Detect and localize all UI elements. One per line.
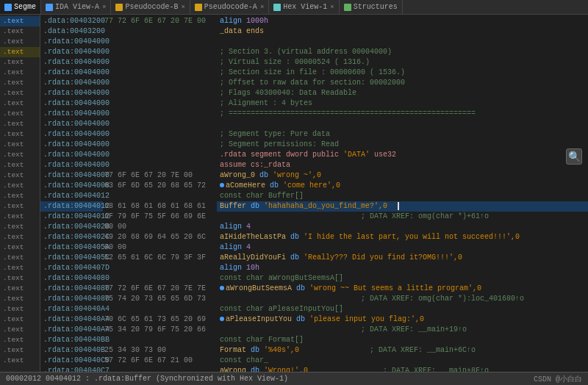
hex-20: 00 00 xyxy=(103,222,217,232)
addr-3: .rdata:00404000 xyxy=(40,47,103,57)
sidebar-item-4[interactable]: .text xyxy=(0,57,40,68)
sidebar-item-33[interactable]: .text xyxy=(0,356,40,366)
status-text: 00002012 00404012 : .rdata:Buffer (Synch… xyxy=(6,375,534,383)
sidebar-item-27[interactable]: .text xyxy=(0,294,40,304)
sidebar-item-24[interactable]: .text xyxy=(0,263,40,273)
addr-18: .rdata:00404012 xyxy=(40,201,103,212)
addr-8: .rdata:00404000 xyxy=(40,98,103,109)
addr-22: .rdata:0040405A xyxy=(40,242,103,253)
sidebar-item-26[interactable]: .text xyxy=(0,284,40,294)
tab-hex-view-1[interactable]: Hex View-1 × xyxy=(269,0,339,14)
asm-line-buffer-label: const char Buffer[] xyxy=(217,191,588,201)
hex-5 xyxy=(103,68,217,78)
addr-19: .rdata:00404012 xyxy=(40,212,103,222)
sidebar-item-9[interactable]: .text xyxy=(0,109,40,119)
sidebar-item-6[interactable]: .text xyxy=(0,78,40,88)
status-watermark: CSDN @小白白 xyxy=(534,374,582,384)
addr-16: .rdata:00404008 xyxy=(40,181,103,191)
sidebar-item-3[interactable]: .text xyxy=(0,47,40,57)
sidebar-item-12[interactable]: .text xyxy=(0,140,40,150)
asm-line-2 xyxy=(217,37,588,47)
sidebar-item-14[interactable]: .text xyxy=(0,160,40,170)
tab-pseudocode-a[interactable]: Pseudocode-A × xyxy=(190,0,269,14)
addr-9: .rdata:00404000 xyxy=(40,109,103,119)
close-icon-pb[interactable]: × xyxy=(181,4,184,11)
addr-4: .rdata:00404000 xyxy=(40,57,103,68)
sidebar-item-1[interactable]: .text xyxy=(0,26,40,37)
addr-12: .rdata:00404000 xyxy=(40,140,103,150)
addr-6: .rdata:00404000 xyxy=(40,78,103,88)
search-button[interactable]: 🔍 xyxy=(566,148,582,165)
addr-15: .rdata:00404000 xyxy=(40,170,103,181)
tab-segme[interactable]: Segme xyxy=(0,0,41,14)
asm-line-align4a: align 4 xyxy=(217,222,588,232)
sidebar-item-25[interactable]: .text xyxy=(0,273,40,284)
sidebar-item-5[interactable]: .text xyxy=(0,68,40,78)
tab-label-segme: Segme xyxy=(14,3,36,11)
close-icon-pa[interactable]: × xyxy=(260,4,264,11)
sidebar-item-22[interactable]: .text xyxy=(0,242,40,253)
asm-line-format: Format db '%40s',0 ; DATA XREF: __main+6… xyxy=(217,345,588,356)
hex-4 xyxy=(103,57,217,68)
hex-27: 75 74 20 73 65 65 6D 73 xyxy=(103,294,217,304)
asm-line-wrongbutseemsA: aWrongButSeemsA db 'wrong ~~ But seems a… xyxy=(217,284,588,294)
close-icon-hex[interactable]: × xyxy=(330,4,334,11)
addr-0: .data:00403200 xyxy=(40,16,103,26)
addr-32: .rdata:004040B xyxy=(40,345,103,356)
status-bar: 00002012 00404012 : .rdata:Buffer (Synch… xyxy=(0,372,588,385)
sidebar-item-32[interactable]: .text xyxy=(0,345,40,356)
tab-label-struct: Structures xyxy=(354,3,398,11)
tab-ida-view-a[interactable]: IDA View-A × xyxy=(41,0,111,14)
sidebar-item-0[interactable]: .text xyxy=(0,16,40,26)
asm-line-1: _data ends xyxy=(217,26,588,37)
tab-label-hex: Hex View-1 xyxy=(283,3,327,11)
addr-1: .data:00403200 xyxy=(40,26,103,37)
hex-21: 49 20 68 69 64 65 20 6C xyxy=(103,232,217,242)
addr-7: .rdata:00404000 xyxy=(40,88,103,98)
sidebar-item-10[interactable]: .text xyxy=(0,119,40,129)
asm-line-6: ; Offset to raw data for section: 000020… xyxy=(217,78,588,88)
sidebar-item-29[interactable]: .text xyxy=(0,314,40,325)
addr-14: .rdata:00404000 xyxy=(40,160,103,170)
asm-line-3: ; Section 3. (virtual address 00004000) xyxy=(217,47,588,57)
tab-icon-pb xyxy=(115,4,123,11)
asm-line-align4b: align 4 xyxy=(217,242,588,253)
sidebar-item-7[interactable]: .text xyxy=(0,88,40,98)
hex-29: 70 6C 65 61 73 65 20 69 xyxy=(103,314,217,325)
tab-icon-pa xyxy=(195,4,202,11)
sidebar-item-2[interactable]: .text xyxy=(0,37,40,47)
asm-line-wrong0: aWrong_0 db 'wrong ~',0 xyxy=(217,170,588,181)
sidebar-item-8[interactable]: .text xyxy=(0,98,40,109)
sidebar-item-17[interactable]: .text xyxy=(0,191,40,201)
close-icon-ida[interactable]: × xyxy=(102,4,106,11)
sidebar-item-30[interactable]: .text xyxy=(0,325,40,335)
sidebar-item-19[interactable]: .text xyxy=(0,212,40,222)
tab-pseudocode-b[interactable]: Pseudocode-B × xyxy=(111,0,190,14)
code-content: .data:00403200 .data:00403200 .rdata:004… xyxy=(40,15,588,372)
hex-28 xyxy=(103,304,217,314)
addr-10: .rdata:00404000 xyxy=(40,119,103,129)
asm-line-comehere: aComeHere db 'come here',0 xyxy=(217,181,588,191)
hex-31 xyxy=(103,335,217,345)
hex-0: 77 72 6F 6E 67 20 7E 00 xyxy=(103,16,217,26)
sidebar-item-11[interactable]: .text xyxy=(0,129,40,140)
sidebar-item-13[interactable]: .text xyxy=(0,150,40,160)
sidebar-item-18[interactable]: .text xyxy=(0,201,40,212)
sidebar-item-28[interactable]: .text xyxy=(0,304,40,314)
sidebar-item-31[interactable]: .text xyxy=(0,335,40,345)
asm-line-pleaseinputyou: aPleaseInputYou db 'please input you fla… xyxy=(217,314,588,325)
hex-25 xyxy=(103,273,217,284)
sidebar-item-20[interactable]: .text xyxy=(0,222,40,232)
tab-structures[interactable]: Structures xyxy=(340,0,403,14)
sidebar-item-16[interactable]: .text xyxy=(0,181,40,191)
hex-33: 57 72 6F 6E 67 21 00 xyxy=(103,356,217,366)
addr-24: .rdata:0040407D xyxy=(40,263,103,273)
hex-34 xyxy=(103,366,217,372)
sidebar-item-15[interactable]: .text xyxy=(0,170,40,181)
sidebar-item-23[interactable]: .text xyxy=(0,253,40,263)
asm-line-seg-perm: ; Segment permissions: Read xyxy=(217,140,588,150)
sidebar-item-21[interactable]: .text xyxy=(0,232,40,242)
asm-line-assume: assume cs:_rdata xyxy=(217,160,588,170)
hex-15: 77 6F 6E 67 20 7E 00 xyxy=(103,170,217,181)
asm-line-5: ; Section size in file : 00000600 ( 1536… xyxy=(217,68,588,78)
